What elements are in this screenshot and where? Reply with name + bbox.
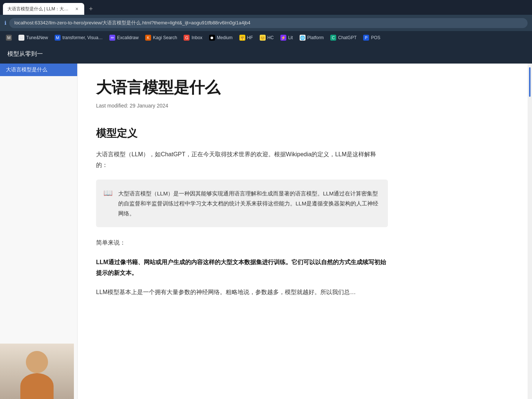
bookmark-tune-icon: 🗂	[18, 35, 24, 41]
bookmark-pos-label: POS	[371, 35, 380, 40]
bookmark-kagi-icon: K	[145, 35, 151, 41]
bookmark-excalidraw-label: Excalidraw	[117, 35, 139, 40]
bookmark-tune-label: Tune&New	[26, 35, 48, 40]
bookmark-transformer-icon: M	[55, 35, 61, 41]
info-icon[interactable]: ℹ	[4, 20, 6, 26]
bookmark-platform-label: Platform	[307, 35, 324, 40]
bookmark-medium[interactable]: ⏺ Medium	[206, 33, 236, 42]
site-title: 模型从零到一	[7, 50, 43, 58]
bookmark-tune-new[interactable]: 🗂 Tune&New	[16, 33, 51, 42]
bookmark-hc[interactable]: 😊 HC	[257, 33, 277, 42]
tab-title: 大语言模型是什么 | LLM：大语…	[7, 6, 71, 12]
bookmark-chatgpt[interactable]: C ChatGPT	[327, 33, 359, 42]
content-area: 大语言模型是什么 Last modified: 29 January 2024 …	[78, 64, 410, 399]
simple-intro: 简单来说：	[96, 238, 388, 248]
browser-chrome: 大语言模型是什么 | LLM：大语… × + ℹ M 🗂 Tune&New M …	[0, 0, 532, 44]
bookmarks-bar: M 🗂 Tune&New M transformer, Visua… ✏ Exc…	[0, 31, 532, 44]
new-tab-button[interactable]: +	[86, 4, 96, 14]
bookmark-kagi-label: Kagi Search	[153, 35, 177, 40]
last-modified: Last modified: 29 January 2024	[96, 103, 388, 109]
bookmark-hf-label: HF	[247, 35, 253, 40]
bookmark-excalidraw-icon: ✏	[109, 35, 115, 41]
bold-paragraph: LLM通过像书籍、网站或用户生成的内容这样的大型文本数据集进行训练。它们可以以自…	[96, 257, 388, 279]
bookmark-pos-icon: P	[363, 35, 369, 41]
bookmark-inbox[interactable]: G Inbox	[181, 33, 205, 42]
bookmark-platform-icon: 🌐	[300, 35, 306, 41]
url-input[interactable]	[9, 18, 528, 28]
bookmark-medium-icon: ⏺	[209, 35, 215, 41]
bookmark-hf-icon: 🤗	[239, 35, 245, 41]
bookmark-m-icon: M	[6, 35, 12, 41]
sidebar: 大语言模型是什么	[0, 64, 78, 399]
tab-bar: 大语言模型是什么 | LLM：大语… × +	[0, 0, 532, 15]
main-layout: 大语言模型是什么 大语言模型是什么 Last modified: 29 Janu…	[0, 64, 532, 399]
bookmark-hc-icon: 😊	[260, 35, 266, 41]
bookmark-inbox-icon: G	[184, 35, 190, 41]
bookmark-medium-label: Medium	[217, 35, 233, 40]
paragraph-neural: LLM模型基本上是一个拥有大量参数的神经网络。粗略地说，参数越多，模型就越好。所…	[96, 287, 388, 298]
bookmark-hf[interactable]: 🤗 HF	[236, 33, 256, 42]
scrollbar[interactable]	[528, 64, 532, 399]
bookmark-lit-label: Lit	[288, 35, 293, 40]
person-head	[26, 351, 48, 373]
sidebar-item-what-is-llm[interactable]: 大语言模型是什么	[0, 64, 77, 76]
bookmark-chatgpt-icon: C	[330, 35, 336, 41]
bookmark-hc-label: HC	[267, 35, 274, 40]
bookmark-chatgpt-label: ChatGPT	[338, 35, 357, 40]
bookmark-excalidraw[interactable]: ✏ Excalidraw	[106, 33, 141, 42]
bookmark-kagi[interactable]: K Kagi Search	[142, 33, 180, 42]
bookmark-lit-icon: ⚡	[280, 35, 286, 41]
tab-close-button[interactable]: ×	[74, 6, 80, 12]
blockquote-box: 📖 大型语言模型（LLM）是一种因其能够实现通用语言理解和生成而显著的语言模型。…	[96, 180, 388, 227]
person-body	[20, 373, 54, 399]
sidebar-item-label: 大语言模型是什么	[6, 66, 47, 73]
bookmark-pos[interactable]: P POS	[360, 33, 383, 42]
bookmark-m[interactable]: M	[3, 33, 15, 42]
bookmark-lit[interactable]: ⚡ Lit	[277, 33, 296, 42]
address-bar: ℹ	[0, 15, 532, 31]
page-header: 模型从零到一	[0, 44, 532, 64]
bookmark-platform[interactable]: 🌐 Platform	[297, 33, 327, 42]
bookmark-inbox-label: Inbox	[191, 35, 202, 40]
active-tab[interactable]: 大语言模型是什么 | LLM：大语… ×	[3, 3, 84, 15]
bookmark-transformer-label: transformer, Visua…	[62, 35, 103, 40]
book-icon: 📖	[103, 188, 113, 197]
page-title: 大语言模型是什么	[96, 78, 388, 97]
section-title-model-def: 模型定义	[96, 126, 388, 140]
video-thumbnail	[0, 344, 74, 399]
paragraph-intro: 大语言模型（LLM），如ChatGPT，正在今天取得技术世界的欢迎。根据Wiki…	[96, 149, 388, 171]
bookmark-transformer[interactable]: M transformer, Visua…	[52, 33, 106, 42]
scrollbar-thumb[interactable]	[529, 67, 531, 97]
blockquote-text: 大型语言模型（LLM）是一种因其能够实现通用语言理解和生成而显著的语言模型。LL…	[118, 188, 379, 218]
